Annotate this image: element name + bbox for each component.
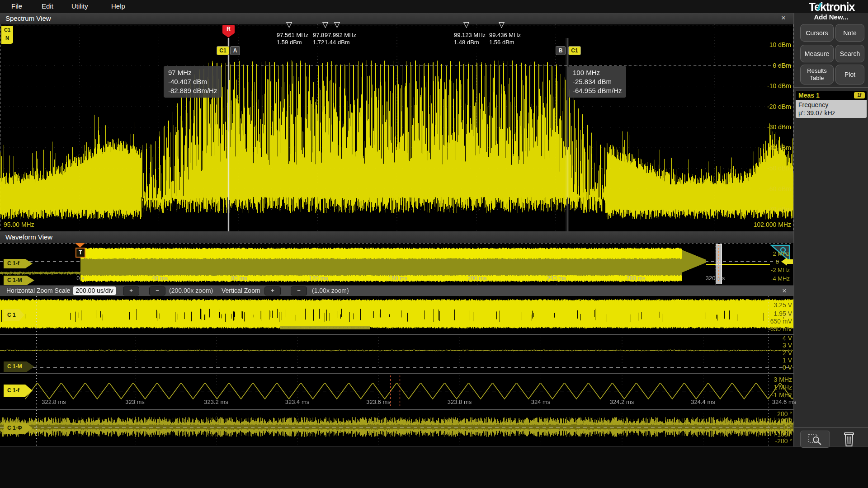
spectrum-titlebar: Spectrum View × <box>0 13 793 25</box>
overview-axis-label: -4 MHz <box>771 275 790 282</box>
v-zoom-minus-button[interactable]: − <box>291 286 307 296</box>
zoom-time-label: 323 ms <box>125 399 145 405</box>
meas1-title: Meas 1 <box>796 92 820 99</box>
dbm-axis-label: 0 dBm <box>773 62 791 69</box>
zoom-mode-button[interactable] <box>800 431 830 448</box>
overview-time-label: 320 ms <box>706 275 725 282</box>
cursor-b-density: -64.955 dBm/Hz <box>573 86 622 95</box>
cursor-b-readout: 100 MHz -25.834 dBm -64.955 dBm/Hz <box>568 66 626 98</box>
cursor-b-line[interactable] <box>567 38 567 231</box>
zoom-scale-label: -1 MHz <box>772 391 792 399</box>
overview-time-label: 240 ms <box>547 275 566 282</box>
spectrum-close-icon[interactable]: × <box>778 14 788 23</box>
measure-button[interactable]: Measure <box>800 45 834 62</box>
oscilloscope-app: File Edit Utility Help Spectrum View × C… <box>0 0 868 488</box>
overview-ref-arrow-icon[interactable] <box>781 258 787 266</box>
zoom-scale-label: 2 V <box>783 349 792 357</box>
overview-time-label: 160 ms <box>388 275 408 282</box>
dbm-axis-label: -40 dBm <box>767 144 791 151</box>
peak-marker-icon: ▽ <box>334 21 340 28</box>
menu-utility[interactable]: Utility <box>71 2 88 10</box>
meas1-badge[interactable]: Meas 1 1f Frequency µ': 39.07 kHz <box>796 91 867 118</box>
peak-marker-freq: 97.561 MHz <box>277 32 308 38</box>
zoom-scale-label: 4 V <box>783 334 792 342</box>
h-zoom-scale-input[interactable]: 200.00 us/div <box>73 286 116 295</box>
cursor-a-density: -82.889 dBm/Hz <box>168 86 217 95</box>
cursor-a-badge[interactable]: A <box>230 46 240 55</box>
cursor-b-freq: 100 MHz <box>573 68 622 77</box>
v-zoom-label: Vertical Zoom <box>222 287 260 294</box>
h-zoom-scale-label: Horizontal Zoom Scale <box>6 287 71 294</box>
cursor-b-channel-badge[interactable]: C1 <box>568 46 581 55</box>
zoom-waveform-plot[interactable] <box>0 296 793 446</box>
tektronix-logo: Tektronix <box>795 0 868 14</box>
overview-time-label: 40 ms <box>152 275 168 282</box>
search-button[interactable]: Search <box>835 45 864 62</box>
peak-marker-icon: ▽ <box>286 21 292 28</box>
peak-marker-ampl: 1.72 <box>313 39 324 46</box>
overview-time-label: 80 ms <box>231 275 247 282</box>
trigger-marker-arrow <box>75 243 85 248</box>
zoom-time-label: 323.2 ms <box>204 399 228 405</box>
zoom-scale-bar: Horizontal Zoom Scale 200.00 us/div + − … <box>0 285 793 296</box>
cursor-a-line[interactable] <box>228 38 229 231</box>
bottom-bar: Ch 1 650 mV/div 10 dBm/div 1 GHzBw Ch 1 … <box>0 446 868 488</box>
reference-marker-point <box>222 33 234 38</box>
zoom-scale-label: 3 MHz <box>774 376 792 383</box>
trigger-position-marker[interactable]: T <box>75 248 85 258</box>
zoom-scale-label: 3.25 V <box>774 301 792 309</box>
overview-ref-arrow-tail <box>787 259 793 264</box>
h-zoom-minus-button[interactable]: − <box>149 286 165 296</box>
zoom-scale-label: -100 ° <box>775 431 792 438</box>
cursors-button[interactable]: Cursors <box>800 24 834 42</box>
overview-axis-label: 0 <box>776 258 779 265</box>
h-zoom-factor: (200.00x zoom) <box>169 287 213 294</box>
trash-icon[interactable] <box>840 429 858 448</box>
freq-end-label: 102.000 MHz <box>754 221 791 228</box>
spectrum-plot[interactable] <box>0 24 793 231</box>
zoom-scale-label: -650 mV <box>768 325 792 333</box>
zoom-time-label: 323.6 ms <box>366 399 390 405</box>
h-zoom-plus-button[interactable]: + <box>123 286 139 296</box>
reference-marker[interactable]: R <box>222 25 235 33</box>
zoom-time-label: 323.8 ms <box>448 399 472 405</box>
spectrum-tab-sub: N <box>1 33 13 41</box>
peak-marker-freq: 99.123 MHz <box>454 32 486 38</box>
add-new-heading: Add New... <box>794 13 868 21</box>
zoom-scale-label: 0 ° <box>784 424 792 431</box>
cursor-a-channel-badge[interactable]: C1 <box>217 46 229 55</box>
plot-button[interactable]: Plot <box>835 65 864 84</box>
dbm-axis-label: -60 dBm <box>767 185 791 192</box>
peak-marker-ampl: 1.48 dBm <box>454 39 479 46</box>
zoom-scale-label: -200 ° <box>775 437 792 445</box>
spectrum-channel-tab[interactable]: C1 N <box>1 26 13 44</box>
results-table-button[interactable]: Results Table <box>800 65 834 84</box>
dbm-axis-label: -10 dBm <box>767 82 791 89</box>
zoom-magnifier-icon <box>801 431 830 447</box>
meas1-name: Frequency <box>798 101 864 109</box>
spectrum-title: Spectrum View <box>5 14 51 22</box>
zoom-time-label: 324.6 ms <box>772 399 796 405</box>
cursor-b-badge[interactable]: B <box>556 46 566 55</box>
zoom-time-label: 324 ms <box>531 399 551 405</box>
zoombar-close-icon[interactable]: × <box>779 286 789 296</box>
peak-marker-ampl: 1.59 dBm <box>277 39 302 46</box>
menu-edit[interactable]: Edit <box>42 2 53 10</box>
dbm-axis-label: -50 dBm <box>767 164 791 172</box>
peak-marker-ampl: 1.44 dBm <box>325 39 350 46</box>
menu-bar: File Edit Utility Help <box>0 0 868 14</box>
note-button[interactable]: Note <box>835 24 864 42</box>
sidebar-divider <box>793 13 794 446</box>
peak-marker-freq: 97.992 MHz <box>325 32 356 38</box>
dbm-axis-label: -70 dBm <box>767 206 791 213</box>
peak-marker-icon: ▽ <box>499 21 505 28</box>
zoom-scale-label: 1 V <box>783 357 792 364</box>
zoom-scale-label: 1.95 V <box>774 310 792 317</box>
freq-start-label: 95.00 MHz <box>4 221 34 228</box>
v-zoom-factor: (1.00x zoom) <box>312 287 349 294</box>
zoom-scale-label: 650 mV <box>770 318 792 325</box>
menu-file[interactable]: File <box>11 2 22 10</box>
v-zoom-plus-button[interactable]: + <box>264 286 281 296</box>
menu-help[interactable]: Help <box>111 2 125 10</box>
zoom-scale-label: 0 V <box>783 364 792 371</box>
